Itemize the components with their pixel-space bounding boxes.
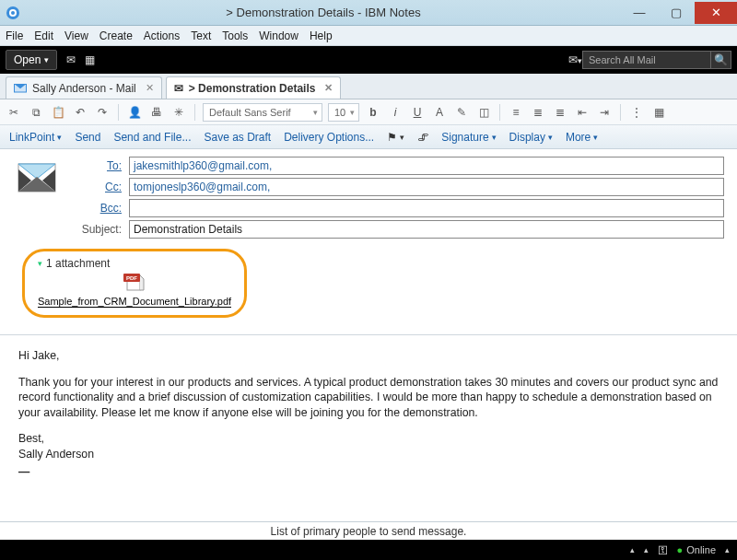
app-icon [0,6,26,20]
save-draft-button[interactable]: Save as Draft [204,131,271,144]
mail-tab-icon [14,84,27,93]
menu-tools[interactable]: Tools [222,29,248,42]
close-tab-icon[interactable]: ✕ [324,82,333,94]
tab-compose[interactable]: ✉ > Demonstration Details ✕ [166,76,342,99]
cut-icon[interactable]: ✂ [6,104,22,121]
attachment-area: ▾ 1 attachment PDF Sample_from_CRM_Docum… [22,249,247,318]
menu-create[interactable]: Create [99,29,133,42]
status-bar: ▴ ▴ ⚿ ●Online ▴ [0,540,737,560]
delivery-options-button[interactable]: Delivery Options... [284,131,374,144]
italic-icon[interactable]: i [387,104,404,121]
more-format-icon[interactable]: ⋮ [628,104,645,121]
body-signature: Sally Anderson [18,447,719,462]
svg-point-2 [11,11,15,15]
cc-field[interactable]: tomjoneslp360@gmail.com, [129,178,724,196]
attachment-count: 1 attachment [46,257,110,270]
bold-icon[interactable]: b [365,104,381,121]
format-toolbar: ✂ ⧉ 📋 ↶ ↷ 👤 🖶 ✳ Default Sans Serif 10 b … [0,99,737,125]
send-button[interactable]: Send [75,131,100,144]
close-tab-icon[interactable]: ✕ [146,82,154,94]
status-chevron-icon[interactable]: ▴ [630,545,635,554]
tab-label: Sally Anderson - Mail [32,82,136,95]
menu-actions[interactable]: Actions [144,29,180,42]
font-select[interactable]: Default Sans Serif [203,103,322,122]
highlight-icon[interactable]: ✎ [453,104,470,121]
more-button[interactable]: More▾ [566,131,598,144]
bcc-label[interactable]: Bcc: [72,202,122,215]
bcc-field[interactable] [129,199,724,217]
search-input[interactable]: Search All Mail [582,51,711,69]
attach-icon[interactable]: 🖇 [417,131,428,144]
redo-icon[interactable]: ↷ [94,104,111,121]
main-toolbar: Open ▾ ✉ ▦ ✉▾ Search All Mail 🔍 [0,46,737,74]
send-file-button[interactable]: Send and File... [113,131,191,144]
menu-text[interactable]: Text [191,29,211,42]
maximize-button[interactable]: ▢ [658,2,695,24]
info-bar: List of primary people to send message. [0,521,737,540]
paste-icon[interactable]: 📋 [50,104,66,121]
menu-view[interactable]: View [64,29,88,42]
body-greeting: Hi Jake, [18,348,719,364]
menu-edit[interactable]: Edit [34,29,53,42]
underline-icon[interactable]: U [409,104,426,121]
attachment-item[interactable]: PDF Sample_from_CRM_Document_Library.pdf [38,274,231,308]
outdent-icon[interactable]: ⇤ [574,104,591,121]
online-status[interactable]: ●Online [677,544,716,555]
indent-icon[interactable]: ⇥ [596,104,613,121]
menu-window[interactable]: Window [259,29,298,42]
compose-tab-icon: ✉ [174,82,183,95]
tab-label: > Demonstration Details [189,82,316,95]
subject-label: Subject: [72,223,122,236]
divider [0,334,737,335]
print-icon[interactable]: 🖶 [148,104,165,121]
linkpoint-button[interactable]: LinkPoint▾ [9,131,62,144]
star-icon[interactable]: ✳ [170,104,187,121]
mail-icon[interactable]: ✉ [66,53,76,66]
status-chevron-icon[interactable]: ▴ [644,545,649,554]
open-button[interactable]: Open ▾ [6,50,57,70]
body-closing: Best, [18,431,719,447]
message-body[interactable]: Hi Jake, Thank you for your interest in … [0,344,737,521]
undo-icon[interactable]: ↶ [72,104,88,121]
display-button[interactable]: Display▾ [509,131,553,144]
action-bar: LinkPoint▾ Send Send and File... Save as… [0,125,737,149]
menu-bar: File Edit View Create Actions Text Tools… [0,26,737,46]
flag-icon[interactable]: ⚑▾ [387,131,404,144]
bullet-list-icon[interactable]: ≣ [530,104,546,121]
title-bar: > Demonstration Details - IBM Notes — ▢ … [0,0,737,26]
close-button[interactable]: ✕ [695,2,737,24]
table-icon[interactable]: ▦ [650,104,667,121]
message-header: To: jakesmithlp360@gmail.com, Cc: tomjon… [0,149,737,247]
attachment-filename: Sample_from_CRM_Document_Library.pdf [38,296,231,308]
key-icon[interactable]: ⚿ [658,544,668,555]
window-title: > Demonstration Details - IBM Notes [26,6,621,19]
calendar-icon[interactable]: ▦ [85,53,95,66]
align-left-icon[interactable]: ≡ [508,104,524,121]
pdf-icon: PDF [123,274,146,295]
reply-mail-icon[interactable]: ✉▾ [568,53,582,66]
number-list-icon[interactable]: ≣ [552,104,568,121]
cc-label[interactable]: Cc: [72,181,122,193]
subject-field[interactable]: Demonstration Details [129,220,724,239]
body-paragraph: Thank you for your interest in our produ… [18,375,719,421]
fontsize-select[interactable]: 10 [328,103,359,122]
signature-button[interactable]: Signature▾ [441,131,496,144]
fontcolor-icon[interactable]: A [431,104,448,121]
to-field[interactable]: jakesmithlp360@gmail.com, [129,157,724,175]
tab-strip: Sally Anderson - Mail ✕ ✉ > Demonstratio… [0,74,737,99]
minimize-button[interactable]: — [621,2,658,24]
copy-icon[interactable]: ⧉ [28,104,44,121]
search-button[interactable]: 🔍 [711,51,731,69]
to-label[interactable]: To: [72,159,122,172]
envelope-icon [13,160,61,201]
svg-text:PDF: PDF [126,275,137,281]
status-menu-icon[interactable]: ▴ [725,545,730,554]
tab-mailbox[interactable]: Sally Anderson - Mail ✕ [6,76,162,99]
contact-icon[interactable]: 👤 [126,104,143,121]
expand-icon[interactable]: ▾ [38,259,42,268]
body-caret: — [18,464,719,480]
menu-file[interactable]: File [6,29,23,42]
clear-icon[interactable]: ◫ [475,104,492,121]
menu-help[interactable]: Help [310,29,333,42]
